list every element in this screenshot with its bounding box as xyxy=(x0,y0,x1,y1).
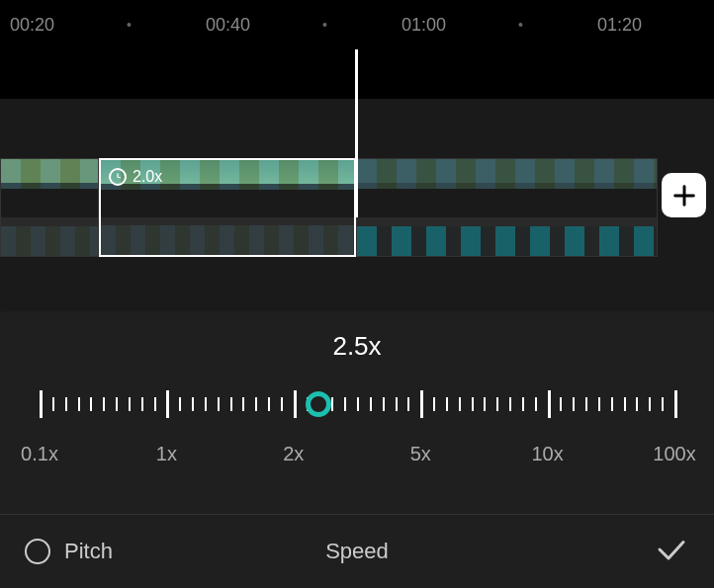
speed-labels: 0.1x 1x 2x 5x 10x 100x xyxy=(40,443,674,472)
timeline-ruler[interactable]: 00:20 • 00:40 • 01:00 • 01:20 xyxy=(0,0,714,49)
speed-label: 10x xyxy=(531,443,563,465)
timestamp: 01:00 xyxy=(402,15,446,36)
pitch-toggle[interactable]: Pitch xyxy=(25,539,113,564)
speed-panel: 2.5x 0.1x 1x 2x 5x 10x 100x Pitch Speed xyxy=(0,311,714,588)
timestamp-dot: • xyxy=(322,17,327,33)
timestamp-dot: • xyxy=(518,17,523,33)
video-clip-selected[interactable]: 2.0x xyxy=(99,158,356,257)
current-speed-value: 2.5x xyxy=(0,331,714,362)
speed-label: 100x xyxy=(653,443,695,465)
panel-title: Speed xyxy=(325,539,389,564)
confirm-button[interactable] xyxy=(654,532,689,571)
speed-label: 0.1x xyxy=(21,443,58,465)
clip-speed-badge: 2.0x xyxy=(109,168,162,186)
timestamp: 00:40 xyxy=(206,15,250,36)
speed-label: 5x xyxy=(410,443,431,465)
pitch-label: Pitch xyxy=(64,539,113,564)
slider-handle[interactable] xyxy=(306,391,331,417)
clip-speed-value: 2.0x xyxy=(133,168,162,186)
video-clip[interactable] xyxy=(0,158,99,257)
playhead[interactable] xyxy=(355,49,358,217)
video-clip[interactable] xyxy=(356,158,658,257)
speed-slider[interactable] xyxy=(40,379,674,429)
timestamp-dot: • xyxy=(127,17,132,33)
timestamp: 00:20 xyxy=(10,15,54,36)
speed-icon xyxy=(109,168,127,186)
bottom-bar: Pitch Speed xyxy=(0,514,714,588)
add-clip-button[interactable] xyxy=(662,173,706,217)
plus-icon xyxy=(670,182,698,210)
speed-label: 1x xyxy=(156,443,177,465)
slider-ticks xyxy=(40,384,674,424)
speed-label: 2x xyxy=(283,443,304,465)
checkmark-icon xyxy=(654,532,689,567)
timestamp: 01:20 xyxy=(597,15,642,36)
circle-icon xyxy=(25,539,50,564)
